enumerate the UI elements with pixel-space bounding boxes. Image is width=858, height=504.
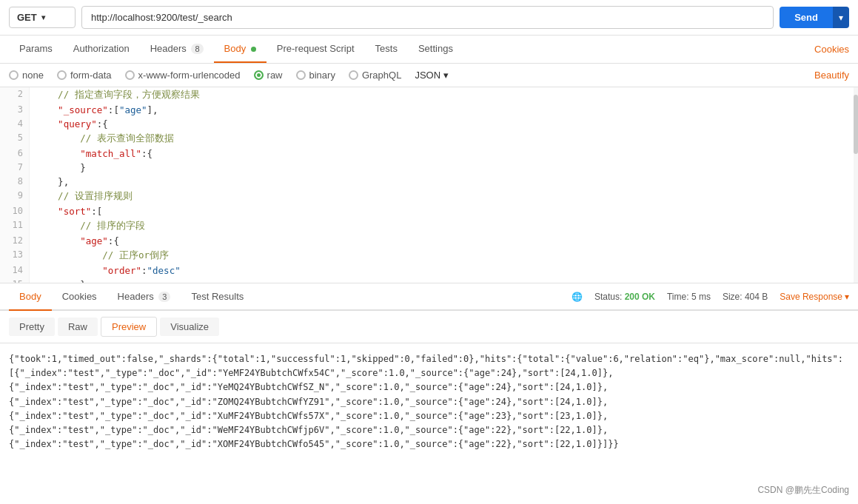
url-input[interactable]	[81, 6, 774, 29]
option-raw[interactable]: raw	[254, 70, 283, 81]
top-bar: GET ▾ Send ▾	[0, 0, 858, 36]
radio-binary	[296, 70, 306, 80]
response-meta: 🌐 Status: 200 OK Time: 5 ms Size: 404 B …	[572, 292, 849, 302]
code-line-10: 10 "sort":[	[0, 204, 858, 218]
code-line-2: 2 // 指定查询字段，方便观察结果	[0, 87, 858, 103]
format-select[interactable]: JSON ▾	[415, 70, 449, 81]
send-chevron-button[interactable]: ▾	[833, 7, 849, 28]
save-response-button[interactable]: Save Response ▾	[780, 292, 849, 302]
method-select[interactable]: GET ▾	[9, 7, 76, 28]
option-graphql[interactable]: GraphQL	[349, 70, 401, 81]
method-label: GET	[17, 12, 37, 23]
radio-none	[9, 70, 19, 80]
response-text: {"took":1,"timed_out":false,"_shards":{"…	[9, 354, 843, 449]
tab-settings[interactable]: Settings	[408, 36, 463, 63]
radio-graphql	[349, 70, 358, 80]
globe-icon: 🌐	[572, 292, 583, 302]
method-chevron-icon: ▾	[41, 13, 45, 21]
response-tab-bar: Body Cookies Headers 3 Test Results 🌐 St…	[0, 283, 858, 311]
tab-body[interactable]: Body	[214, 36, 267, 63]
tab-headers[interactable]: Headers 8	[140, 36, 214, 63]
view-tab-visualize[interactable]: Visualize	[160, 317, 219, 336]
vertical-scrollbar[interactable]	[854, 87, 858, 283]
radio-raw	[254, 70, 264, 80]
view-tab-preview[interactable]: Preview	[101, 317, 157, 337]
cookies-link[interactable]: Cookies	[814, 36, 849, 62]
body-options: none form-data x-www-form-urlencoded raw…	[0, 64, 858, 87]
view-tabs: Pretty Raw Preview Visualize	[0, 311, 858, 343]
code-line-9: 9 // 设置排序规则	[0, 189, 858, 204]
option-binary[interactable]: binary	[296, 70, 335, 81]
tab-prerequest[interactable]: Pre-request Script	[267, 36, 365, 63]
code-line-6: 6 "match_all":{	[0, 147, 858, 161]
code-line-13: 13 // 正序or倒序	[0, 248, 858, 263]
status-label: Status: 200 OK	[594, 292, 655, 302]
size-value: 404 B	[745, 292, 768, 302]
radio-formdata	[57, 70, 67, 80]
option-formdata[interactable]: form-data	[57, 70, 112, 81]
code-line-8: 8 },	[0, 175, 858, 189]
code-editor[interactable]: 2 // 指定查询字段，方便观察结果 3 "_source":["age"], …	[0, 87, 858, 283]
code-line-3: 3 "_source":["age"],	[0, 103, 858, 117]
radio-urlencoded	[125, 70, 135, 80]
beautify-button[interactable]: Beautify	[814, 70, 849, 81]
code-line-4: 4 "query":{	[0, 117, 858, 131]
send-button[interactable]: Send	[780, 7, 833, 28]
tab-authorization[interactable]: Authorization	[63, 36, 140, 63]
main-tab-bar: Params Authorization Headers 8 Body Pre-…	[0, 36, 858, 64]
option-none[interactable]: none	[9, 70, 44, 81]
option-urlencoded[interactable]: x-www-form-urlencoded	[125, 70, 241, 81]
resp-tab-headers[interactable]: Headers 3	[107, 283, 181, 311]
scrollbar-thumb	[854, 95, 858, 154]
code-lines: 2 // 指定查询字段，方便观察结果 3 "_source":["age"], …	[0, 87, 858, 283]
code-line-11: 11 // 排序的字段	[0, 218, 858, 234]
size-label: Size: 404 B	[723, 292, 768, 302]
resp-tab-test-results[interactable]: Test Results	[181, 283, 254, 311]
code-line-5: 5 // 表示查询全部数据	[0, 131, 858, 147]
response-body: {"took":1,"timed_out":false,"_shards":{"…	[0, 343, 858, 460]
status-value: 200 OK	[625, 292, 655, 302]
code-line-7: 7 }	[0, 161, 858, 175]
send-button-group: Send ▾	[780, 7, 849, 28]
code-line-14: 14 "order":"desc"	[0, 263, 858, 278]
tab-params[interactable]: Params	[9, 36, 63, 63]
resp-tab-body[interactable]: Body	[9, 283, 52, 311]
view-tab-raw[interactable]: Raw	[58, 317, 98, 336]
time-label: Time: 5 ms	[667, 292, 711, 302]
tab-tests[interactable]: Tests	[365, 36, 408, 63]
code-line-15: 15 },	[0, 278, 858, 283]
resp-tab-cookies[interactable]: Cookies	[52, 283, 107, 311]
code-line-12: 12 "age":{	[0, 234, 858, 248]
view-tab-pretty[interactable]: Pretty	[9, 317, 55, 336]
time-value: 5 ms	[691, 292, 711, 302]
